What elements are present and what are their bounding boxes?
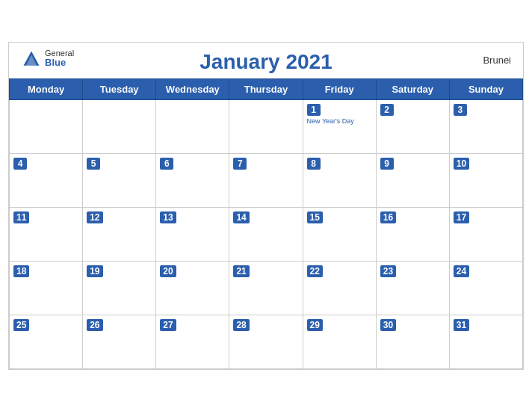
calendar-cell xyxy=(83,99,156,153)
day-number: 13 xyxy=(160,211,176,223)
calendar-cell: 25 xyxy=(10,315,83,368)
day-number: 15 xyxy=(307,211,323,223)
weekday-header: Tuesday xyxy=(83,78,156,99)
calendar-cell: 5 xyxy=(83,153,156,207)
day-number: 30 xyxy=(380,319,396,331)
logo-icon xyxy=(21,49,42,69)
logo-blue: Blue xyxy=(45,58,74,68)
day-number: 8 xyxy=(307,158,321,170)
calendar-cell: 14 xyxy=(229,207,303,261)
calendar-cell: 31 xyxy=(449,315,522,368)
day-number: 12 xyxy=(87,211,102,223)
calendar-cell: 18 xyxy=(10,261,83,315)
calendar-week-row: 11121314151617 xyxy=(10,207,523,261)
day-number: 2 xyxy=(380,104,394,116)
logo: General Blue xyxy=(21,49,74,69)
calendar-cell: 29 xyxy=(303,315,376,368)
calendar-title: January 2021 xyxy=(200,50,332,74)
calendar-cell: 2 xyxy=(376,99,449,153)
calendar-cell: 15 xyxy=(303,207,376,261)
day-number: 23 xyxy=(380,265,396,277)
day-number: 7 xyxy=(233,158,247,170)
day-number: 27 xyxy=(160,319,176,331)
day-number: 24 xyxy=(454,265,469,277)
calendar-cell: 27 xyxy=(156,315,229,368)
weekday-header: Thursday xyxy=(229,78,303,99)
day-number: 14 xyxy=(233,211,249,223)
day-number: 6 xyxy=(160,158,173,170)
calendar-cell: 13 xyxy=(156,207,229,261)
calendar-cell: 21 xyxy=(229,261,303,315)
calendar-cell: 8 xyxy=(303,153,376,207)
calendar-cell: 22 xyxy=(303,261,376,315)
day-number: 11 xyxy=(13,211,29,223)
weekday-header: Monday xyxy=(10,78,83,99)
calendar-cell: 17 xyxy=(449,207,522,261)
day-number: 20 xyxy=(160,265,176,277)
calendar-cell xyxy=(10,99,83,153)
calendar-table: MondayTuesdayWednesdayThursdayFridaySatu… xyxy=(9,78,523,369)
day-number: 25 xyxy=(13,319,29,331)
day-number: 3 xyxy=(454,104,467,116)
calendar-cell: 28 xyxy=(229,315,303,368)
calendar-cell: 30 xyxy=(376,315,449,368)
calendar-cell: 4 xyxy=(10,153,83,207)
calendar-cell: 3 xyxy=(449,99,522,153)
day-number: 22 xyxy=(307,265,323,277)
calendar-cell: 16 xyxy=(376,207,449,261)
calendar-cell xyxy=(229,99,303,153)
calendar-cell: 20 xyxy=(156,261,229,315)
calendar-cell: 9 xyxy=(376,153,449,207)
day-number: 18 xyxy=(13,265,29,277)
weekday-header: Saturday xyxy=(376,78,449,99)
calendar-week-row: 1New Year's Day23 xyxy=(10,99,523,153)
calendar-cell: 6 xyxy=(156,153,229,207)
weekday-header: Wednesday xyxy=(156,78,229,99)
weekday-header: Sunday xyxy=(449,78,522,99)
day-number: 31 xyxy=(454,319,469,331)
calendar-cell: 19 xyxy=(83,261,156,315)
day-number: 29 xyxy=(307,319,323,331)
calendar-cell xyxy=(156,99,229,153)
calendar-body: 1New Year's Day2345678910111213141516171… xyxy=(10,99,523,368)
day-number: 1 xyxy=(307,104,321,116)
day-number: 5 xyxy=(87,158,100,170)
calendar-cell: 23 xyxy=(376,261,449,315)
calendar-week-row: 18192021222324 xyxy=(10,261,523,315)
weekday-header-row: MondayTuesdayWednesdayThursdayFridaySatu… xyxy=(10,78,523,99)
calendar-cell: 11 xyxy=(10,207,83,261)
calendar-header: General Blue January 2021 Brunei xyxy=(9,43,523,78)
calendar-cell: 26 xyxy=(83,315,156,368)
day-number: 16 xyxy=(380,211,396,223)
day-number: 21 xyxy=(233,265,249,277)
country-label: Brunei xyxy=(483,55,511,66)
day-number: 26 xyxy=(87,319,102,331)
day-number: 17 xyxy=(454,211,469,223)
calendar-cell: 1New Year's Day xyxy=(303,99,376,153)
calendar-cell: 24 xyxy=(449,261,522,315)
calendar-cell: 12 xyxy=(83,207,156,261)
weekday-header: Friday xyxy=(303,78,376,99)
calendar-cell: 7 xyxy=(229,153,303,207)
day-number: 9 xyxy=(380,158,394,170)
logo-text: General Blue xyxy=(45,49,74,68)
calendar-container: General Blue January 2021 Brunei MondayT… xyxy=(8,42,524,370)
day-number: 10 xyxy=(454,158,469,170)
day-number: 4 xyxy=(13,158,27,170)
day-number: 28 xyxy=(233,319,249,331)
holiday-label: New Year's Day xyxy=(307,117,372,126)
calendar-week-row: 45678910 xyxy=(10,153,523,207)
day-number: 19 xyxy=(87,265,102,277)
calendar-cell: 10 xyxy=(449,153,522,207)
calendar-week-row: 25262728293031 xyxy=(10,315,523,368)
